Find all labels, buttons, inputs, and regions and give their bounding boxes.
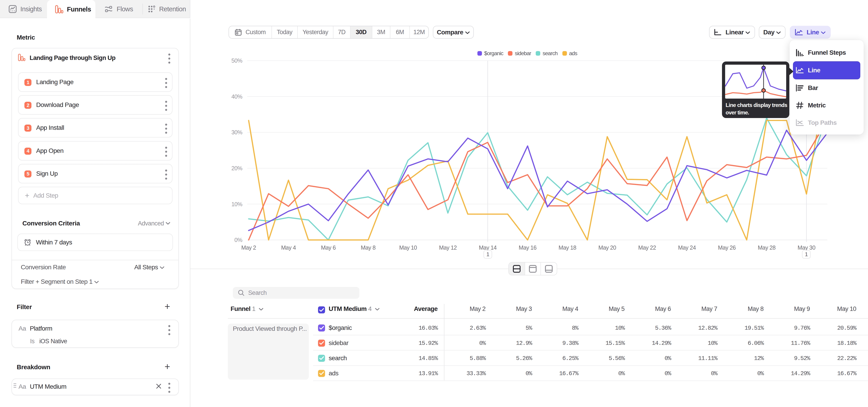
svg-text:May 18: May 18 — [559, 244, 576, 251]
svg-text:May 8: May 8 — [361, 244, 375, 251]
svg-text:May 28: May 28 — [758, 244, 775, 251]
svg-text:20%: 20% — [231, 165, 243, 171]
svg-text:0%: 0% — [235, 237, 242, 243]
svg-text:10%: 10% — [231, 201, 243, 207]
svg-text:May 14: May 14 — [479, 244, 497, 251]
svg-text:May 10: May 10 — [399, 244, 417, 251]
svg-text:30%: 30% — [231, 129, 243, 135]
svg-text:May 2: May 2 — [241, 244, 256, 251]
svg-text:May 4: May 4 — [281, 244, 296, 251]
svg-text:May 12: May 12 — [439, 244, 457, 251]
svg-text:May 30: May 30 — [798, 244, 815, 251]
svg-text:May 6: May 6 — [321, 244, 336, 251]
svg-text:50%: 50% — [231, 57, 243, 64]
svg-text:May 22: May 22 — [638, 244, 656, 251]
svg-text:40%: 40% — [231, 93, 243, 100]
svg-text:May 26: May 26 — [718, 244, 736, 251]
svg-text:May 24: May 24 — [678, 244, 696, 251]
svg-text:May 16: May 16 — [519, 244, 536, 251]
svg-text:May 20: May 20 — [598, 244, 616, 251]
